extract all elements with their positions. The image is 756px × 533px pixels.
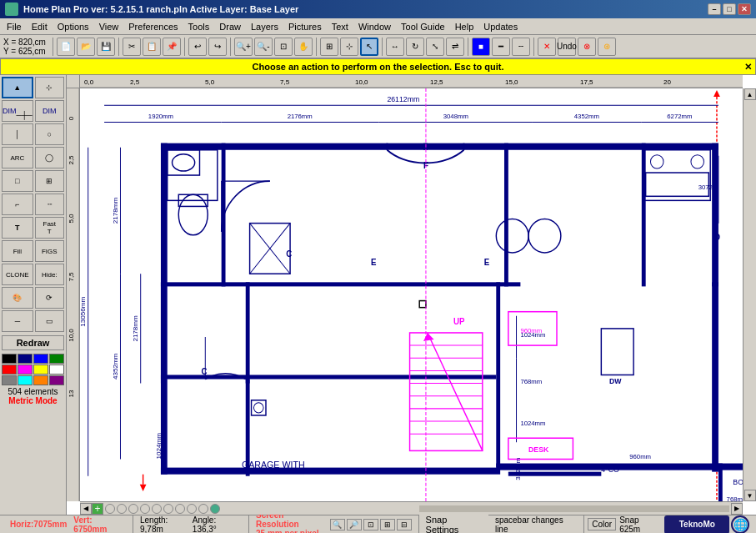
zoom-btn-2[interactable]: 🔎 (347, 519, 362, 530)
tb-new[interactable]: 📄 (57, 38, 75, 56)
menu-options[interactable]: Options (53, 18, 94, 34)
tb-linestyle[interactable]: ╌ (512, 38, 530, 56)
add-row-button[interactable]: + (92, 503, 103, 515)
tool-select[interactable]: ▲ (2, 77, 33, 98)
tb-move[interactable]: ↔ (386, 38, 404, 56)
color-cyan[interactable] (18, 375, 33, 385)
color-button[interactable]: Color (588, 518, 616, 530)
scroll-left-btn[interactable]: ◀ (80, 503, 92, 515)
tool-fill[interactable]: Fill (2, 240, 33, 262)
tb-open[interactable]: 📂 (77, 38, 95, 56)
tool-clone[interactable]: CLONE (2, 264, 33, 285)
status-close-icon[interactable]: ✕ (744, 62, 752, 73)
tb-lineweight[interactable]: ━ (492, 38, 510, 56)
nav-dot[interactable] (163, 504, 173, 514)
scrollbar-horizontal[interactable]: ◀ + ▶ (80, 501, 743, 515)
tb-mirror[interactable]: ⇌ (446, 38, 464, 56)
tool-node[interactable]: ⊹ (35, 77, 64, 98)
tool-fasttext[interactable]: FastT (35, 217, 64, 239)
menu-file[interactable]: File (2, 18, 27, 34)
color-navy[interactable] (18, 354, 33, 364)
menu-toolguide[interactable]: Tool Guide (396, 18, 450, 34)
drawing-canvas[interactable]: 26112mm 1920mm 2176mm 3048mm 4352mm 6272… (80, 88, 743, 501)
color-black[interactable] (2, 354, 17, 364)
tb-pan[interactable]: ✋ (294, 38, 313, 56)
maximize-button[interactable]: □ (723, 3, 736, 15)
tool-arc[interactable]: ARC (2, 147, 33, 168)
tool-dash[interactable]: ╌ (35, 194, 64, 215)
zoom-btn-4[interactable]: ⊞ (380, 519, 395, 530)
tb-delete[interactable]: ✕ (538, 38, 556, 56)
nav-dot[interactable] (140, 504, 150, 514)
tool-wall[interactable]: ⌐ (2, 194, 33, 215)
color-magenta[interactable] (18, 365, 33, 375)
tb-grid[interactable]: ⊞ (320, 38, 338, 56)
tool-dim2[interactable]: DIM (35, 100, 64, 122)
tb-scale[interactable]: ⤡ (426, 38, 444, 56)
tool-rect[interactable]: □ (2, 170, 33, 192)
tb-finish[interactable]: ⊛ (598, 38, 616, 56)
tool-hline[interactable]: ─ (2, 310, 33, 332)
tb-cut[interactable]: ✂ (123, 38, 141, 56)
menu-tools[interactable]: Tools (183, 18, 215, 34)
redraw-button[interactable]: Redraw (2, 335, 64, 350)
color-blue[interactable] (33, 354, 48, 364)
tb-redo[interactable]: ↪ (208, 38, 227, 56)
zoom-btn-5[interactable]: ⊟ (397, 519, 412, 530)
tool-curve[interactable]: ⟳ (35, 287, 64, 309)
tb-copy[interactable]: 📋 (143, 38, 161, 56)
zoom-btn-1[interactable]: 🔍 (330, 519, 345, 530)
canvas-area[interactable]: 0,0 2,5 5,0 7,5 10,0 12,5 15,0 17,5 20 0… (67, 75, 756, 515)
color-purple[interactable] (49, 375, 64, 385)
menu-help[interactable]: Help (450, 18, 479, 34)
tb-zoom-out[interactable]: 🔍- (254, 38, 273, 56)
menu-edit[interactable]: Edit (27, 18, 53, 34)
color-white[interactable] (49, 365, 64, 375)
tb-undo[interactable]: ↩ (188, 38, 207, 56)
scroll-right-btn[interactable]: ▶ (731, 503, 743, 515)
close-button[interactable]: ✕ (738, 3, 751, 15)
tb-zoom-in[interactable]: 🔍+ (234, 38, 253, 56)
scroll-thumb-h[interactable] (419, 505, 730, 512)
tool-ellipse[interactable]: ◯ (35, 147, 64, 168)
menu-text[interactable]: Text (327, 18, 353, 34)
nav-dot[interactable] (175, 504, 185, 514)
menu-layers[interactable]: Layers (246, 18, 283, 34)
snap-settings-button[interactable]: Snap Settings (419, 513, 488, 534)
tool-figs[interactable]: FIGS (35, 240, 64, 262)
nav-dot[interactable] (198, 504, 208, 514)
minimize-button[interactable]: – (708, 3, 721, 15)
color-yellow[interactable] (33, 365, 48, 375)
tool-hrect[interactable]: ▭ (35, 310, 64, 332)
tb-snap[interactable]: ⊹ (340, 38, 358, 56)
tool-text[interactable]: T (2, 217, 33, 239)
scrollbar-vertical[interactable]: ▲ ▼ (743, 88, 756, 501)
scroll-up-btn[interactable]: ▲ (744, 88, 756, 100)
nav-dot-active[interactable] (210, 504, 220, 514)
tb-zoom-fit[interactable]: ⊡ (274, 38, 293, 56)
tb-paste[interactable]: 📌 (163, 38, 181, 56)
color-red[interactable] (2, 365, 17, 375)
tb-undo2[interactable]: Undo (558, 38, 576, 56)
tool-color[interactable]: 🎨 (2, 287, 33, 309)
menu-draw[interactable]: Draw (214, 18, 246, 34)
tb-save[interactable]: 💾 (97, 38, 115, 56)
tb-rotate[interactable]: ↻ (406, 38, 424, 56)
menu-preferences[interactable]: Preferences (123, 18, 183, 34)
tool-line[interactable]: │ (2, 123, 33, 145)
nav-dot[interactable] (117, 504, 127, 514)
color-orange[interactable] (33, 375, 48, 385)
menu-updates[interactable]: Updates (478, 18, 523, 34)
nav-dot[interactable] (105, 504, 115, 514)
scroll-down-btn[interactable]: ▼ (744, 490, 756, 501)
tb-color-picker[interactable]: ■ (472, 38, 490, 56)
tool-hatch[interactable]: ⊞ (35, 170, 64, 192)
zoom-btn-3[interactable]: ⊡ (363, 519, 378, 530)
tb-select[interactable]: ↖ (360, 38, 378, 56)
tb-stop[interactable]: ⊗ (578, 38, 596, 56)
tool-hide[interactable]: Hide: (35, 264, 64, 285)
menu-view[interactable]: View (94, 18, 124, 34)
menu-window[interactable]: Window (353, 18, 396, 34)
menu-pictures[interactable]: Pictures (283, 18, 327, 34)
nav-dot[interactable] (128, 504, 138, 514)
